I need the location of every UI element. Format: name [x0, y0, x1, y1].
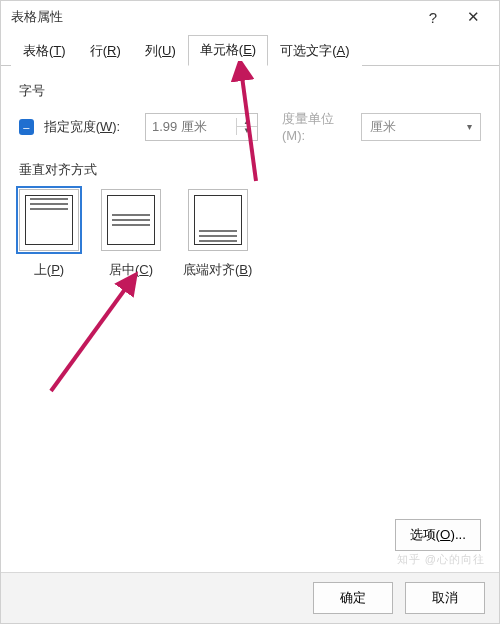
width-spinner[interactable]: ▲ ▼ [145, 113, 258, 141]
close-button[interactable]: ✕ [453, 1, 493, 33]
valign-options: 上(P) 居中(C) 底端对齐(B) [19, 189, 481, 279]
width-input[interactable] [146, 115, 236, 139]
tab-e[interactable]: 单元格(E) [188, 35, 268, 66]
tab-content: 字号 指定宽度(W): ▲ ▼ 度量单位(M): 厘米 ▾ 垂直对齐方式 [1, 66, 499, 279]
measure-unit-value: 厘米 [370, 118, 396, 136]
spinner-arrows[interactable]: ▲ ▼ [236, 118, 257, 135]
dialog-title: 表格属性 [11, 8, 413, 26]
specify-width-checkbox[interactable] [19, 119, 34, 135]
titlebar: 表格属性 ? ✕ [1, 1, 499, 33]
measure-unit-label: 度量单位(M): [282, 110, 351, 143]
dialog-window: 表格属性 ? ✕ 表格(T)行(R)列(U)单元格(E)可选文字(A) 字号 指… [0, 0, 500, 624]
valign-option-middle[interactable]: 居中(C) [101, 189, 161, 279]
tab-t[interactable]: 表格(T) [11, 36, 78, 66]
cancel-button[interactable]: 取消 [405, 582, 485, 614]
annotation-arrow [41, 271, 161, 401]
svg-line-1 [51, 281, 131, 391]
valign-label: 上(P) [34, 261, 64, 279]
valign-thumb-middle [101, 189, 161, 251]
options-button[interactable]: 选项(O)... [395, 519, 481, 551]
valign-option-bottom[interactable]: 底端对齐(B) [183, 189, 252, 279]
specify-width-label: 指定宽度(W): [44, 118, 135, 136]
size-section-label: 字号 [19, 82, 481, 100]
watermark: 知乎 @心的向往 [397, 552, 485, 567]
valign-option-top[interactable]: 上(P) [19, 189, 79, 279]
width-row: 指定宽度(W): ▲ ▼ 度量单位(M): 厘米 ▾ [19, 110, 481, 143]
help-button[interactable]: ? [413, 1, 453, 33]
valign-thumb-bottom [188, 189, 248, 251]
tab-strip: 表格(T)行(R)列(U)单元格(E)可选文字(A) [1, 33, 499, 66]
close-icon: ✕ [467, 8, 480, 26]
help-icon: ? [429, 9, 437, 26]
valign-section-label: 垂直对齐方式 [19, 161, 481, 179]
ok-button[interactable]: 确定 [313, 582, 393, 614]
valign-label: 居中(C) [109, 261, 153, 279]
tab-a[interactable]: 可选文字(A) [268, 36, 361, 66]
measure-unit-select[interactable]: 厘米 ▾ [361, 113, 481, 141]
chevron-down-icon: ▾ [467, 121, 472, 132]
chevron-down-icon[interactable]: ▼ [237, 127, 257, 135]
tab-r[interactable]: 行(R) [78, 36, 133, 66]
valign-label: 底端对齐(B) [183, 261, 252, 279]
valign-thumb-top [19, 189, 79, 251]
dialog-footer: 确定 取消 [1, 572, 499, 623]
tab-u[interactable]: 列(U) [133, 36, 188, 66]
